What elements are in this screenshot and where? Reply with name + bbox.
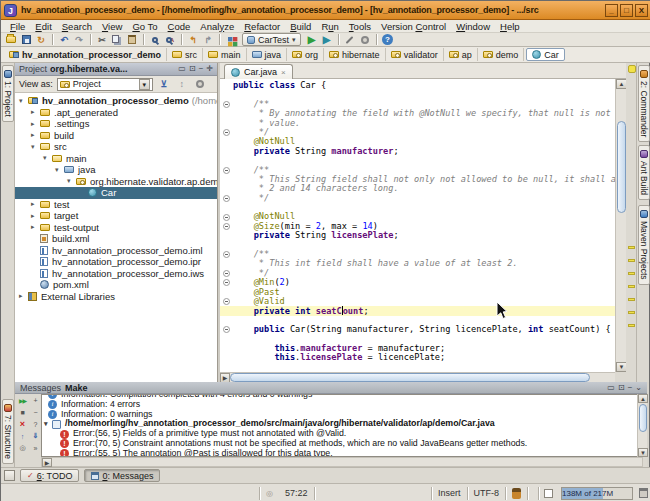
menu-edit[interactable]: Edit	[30, 21, 56, 32]
paste-icon[interactable]	[125, 33, 139, 46]
menu-code[interactable]: Code	[163, 21, 196, 32]
project-panel-header[interactable]: Project org.hibernate.va... ▭ ⊡ − ✛	[15, 63, 217, 76]
code-line[interactable]	[220, 156, 615, 165]
open-icon[interactable]	[4, 33, 18, 46]
scrollbar-thumb[interactable]	[617, 121, 626, 213]
menu-refactor[interactable]: Refactor	[239, 21, 285, 32]
more-icon[interactable]: »	[30, 443, 41, 453]
caret-position[interactable]: 57:22	[279, 488, 314, 498]
breadcrumb-validator[interactable]: validator	[386, 48, 444, 61]
code-line-current[interactable]: private int seatCount;	[220, 306, 615, 315]
menu-run[interactable]: Run	[316, 21, 343, 32]
messages-panel-header[interactable]: Messages Make ▭ ⊡ − ⌄	[15, 382, 647, 394]
code-line[interactable]: * This int field shall have a value of a…	[220, 259, 615, 268]
close-messages-icon[interactable]: ×	[17, 419, 28, 429]
collapse-all-icon[interactable]: −	[30, 407, 41, 417]
settings-icon[interactable]	[358, 33, 372, 46]
tree-collapsed-icon[interactable]: ▸	[31, 131, 40, 139]
readonly-checkbox[interactable]	[544, 489, 553, 498]
code-line[interactable]	[220, 316, 615, 325]
breadcrumb-ap[interactable]: ap	[444, 48, 478, 61]
messages-horizontal-scrollbar[interactable]: ◀ ▶	[41, 457, 643, 467]
warning-stripe-mark[interactable]	[628, 246, 635, 249]
tree-item-build-xml[interactable]: build.xml	[15, 233, 217, 245]
fold-marker-icon[interactable]	[223, 270, 230, 277]
breadcrumb-java[interactable]: java	[247, 48, 288, 61]
tree-item-main[interactable]: ▾main	[15, 153, 217, 165]
breadcrumb-hv_annotation_processor_demo[interactable]: hv_annotation_processor_demo	[4, 48, 167, 61]
warning-stripe-mark[interactable]	[628, 298, 635, 301]
warning-stripe-mark[interactable]	[628, 285, 635, 288]
code-line[interactable]: @Size(min = 2, max = 14)	[220, 222, 615, 231]
code-line[interactable]: */	[220, 128, 615, 137]
tree-item--settings[interactable]: ▸.settings	[15, 118, 217, 130]
memory-indicator[interactable]: 138M of 217M	[561, 487, 633, 500]
tree-expanded-icon[interactable]: ▾	[67, 177, 76, 185]
code-line[interactable]: @NotNull	[220, 212, 615, 221]
float-window-icon[interactable]: ▭	[607, 383, 615, 393]
code-line[interactable]: */	[220, 269, 615, 278]
rerun-icon[interactable]: ▶▶	[17, 395, 28, 405]
editor-horizontal-scrollbar[interactable]: ◀ ▶	[220, 372, 615, 382]
fold-marker-icon[interactable]	[223, 251, 230, 258]
previous-message-icon[interactable]: ↑	[17, 431, 28, 441]
menu-view[interactable]: View	[97, 21, 127, 32]
chevron-down-icon[interactable]: ▾	[139, 79, 150, 90]
toolwindow-toggle-icon[interactable]	[4, 470, 15, 481]
hide-panel-icon[interactable]: ⌄	[635, 383, 642, 393]
expand-all-icon[interactable]: +	[30, 395, 41, 405]
tree-item-hv-annotation-processor-demo-iml[interactable]: hv_annotation_processor_demo.iml	[15, 245, 217, 257]
garbage-collect-icon[interactable]	[639, 488, 648, 498]
tree-settings-icon[interactable]	[193, 78, 207, 91]
tool-tab-maven-projects[interactable]: Maven Projects	[638, 205, 650, 285]
tree-item-hv-annotation-processor-demo-iws[interactable]: hv_annotation_processor_demo.iws	[15, 268, 217, 280]
code-line[interactable]: @Valid	[220, 297, 615, 306]
tool-tab-project[interactable]: 1: Project	[2, 65, 14, 122]
forward-icon[interactable]: ↱	[201, 33, 215, 46]
tree-item--apt-generated[interactable]: ▸.apt_generated	[15, 107, 217, 119]
analysis-status-icon[interactable]	[628, 65, 636, 73]
close-tab-icon[interactable]: ×	[281, 68, 286, 77]
minimize-panel-icon[interactable]: −	[199, 64, 204, 74]
menu-window[interactable]: Window	[451, 21, 495, 32]
todo-toolwindow-button[interactable]: ✓ 6: TODO	[20, 469, 79, 482]
fold-marker-icon[interactable]	[223, 326, 230, 333]
dock-window-icon[interactable]: ⊡	[618, 383, 625, 393]
tree-collapsed-icon[interactable]: ▸	[31, 120, 40, 128]
filter-icon[interactable]: ⊻	[157, 78, 171, 91]
tree-item-pom-xml[interactable]: pom.xml	[15, 279, 217, 291]
breadcrumb-src[interactable]: src	[167, 48, 203, 61]
breadcrumb-main[interactable]: main	[203, 48, 247, 61]
tree-item-target[interactable]: ▸target	[15, 210, 217, 222]
messages-settings-icon[interactable]: ◎	[17, 443, 28, 453]
code-line[interactable]: */	[220, 194, 615, 203]
stop-icon[interactable]: ■	[17, 407, 28, 417]
find-replace-icon[interactable]: A	[163, 33, 177, 46]
tree-collapsed-icon[interactable]: ▸	[19, 292, 28, 300]
redo-icon[interactable]: ↷	[72, 33, 86, 46]
fold-marker-icon[interactable]	[223, 167, 230, 174]
tree-collapsed-icon[interactable]: ▸	[31, 212, 40, 220]
code-line[interactable]: public Car(String manufacturer, String l…	[220, 325, 615, 334]
fold-marker-icon[interactable]	[223, 298, 230, 305]
undo-icon[interactable]: ↶	[57, 33, 71, 46]
menu-go-to[interactable]: Go To	[127, 21, 162, 32]
breadcrumb-hibernate[interactable]: hibernate	[324, 48, 386, 61]
fold-marker-icon[interactable]	[223, 129, 230, 136]
tree-item-test[interactable]: ▸test	[15, 199, 217, 211]
export-icon[interactable]: ⇓	[30, 431, 41, 441]
scrollbar-thumb[interactable]	[230, 373, 590, 382]
code-line[interactable]: @NotNull	[220, 137, 615, 146]
breadcrumb-org[interactable]: org	[287, 48, 324, 61]
fold-marker-icon[interactable]	[223, 101, 230, 108]
menu-version-control[interactable]: Version Control	[376, 21, 451, 32]
tree-item-external-libraries[interactable]: ▸External Libraries	[15, 291, 217, 303]
menu-search[interactable]: Search	[57, 21, 97, 32]
insert-mode-indicator[interactable]: Insert	[432, 488, 467, 498]
error-message-row[interactable]: !Error:(55, 5) The annotation @Past is d…	[42, 449, 642, 457]
tree-item-java[interactable]: ▾java	[15, 164, 217, 176]
minimize-button[interactable]: _	[605, 4, 618, 17]
tab-car-java[interactable]: Car.java ×	[224, 64, 293, 79]
hide-panel-icon[interactable]: ✛	[206, 64, 213, 74]
code-area[interactable]: public class Car { /** * By annotating t…	[220, 79, 615, 372]
